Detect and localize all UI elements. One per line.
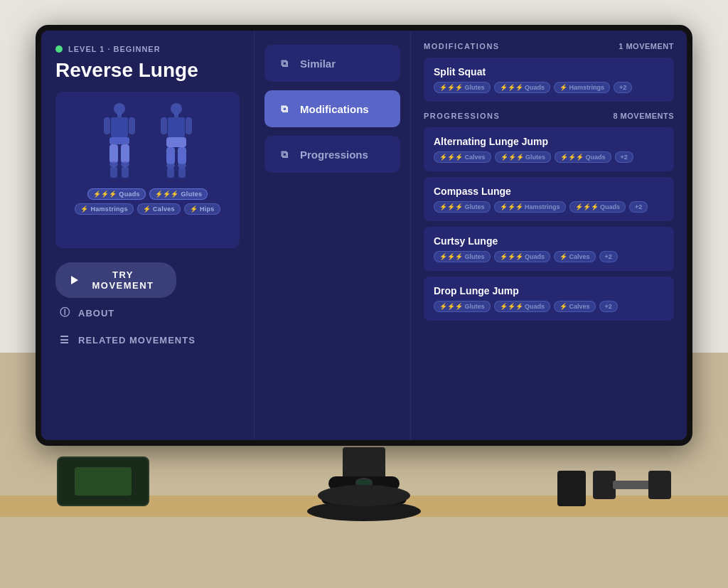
camera-base: [318, 485, 410, 506]
action-buttons: TRY MOVEMENT ⓘ ABOUT ☰ RELATED MOVEMENTS: [55, 262, 240, 352]
muscle-tags: ⚡⚡⚡ Quads ⚡⚡⚡ Glutes ⚡ Hamstrings ⚡ Calv…: [65, 188, 230, 215]
muscle-tag-quads: ⚡⚡⚡ Quads: [87, 188, 146, 200]
exercise-title: Reverse Lunge: [55, 59, 240, 82]
tag-quads: ⚡⚡⚡ Quads: [555, 151, 611, 163]
related-movements-button[interactable]: ☰ RELATED MOVEMENTS: [55, 328, 240, 352]
body-figures: [98, 102, 198, 180]
muscle-tag-glutes: ⚡⚡⚡ Glutes: [149, 188, 208, 200]
progression-card-compass-lunge[interactable]: Compass Lunge ⚡⚡⚡ Glutes ⚡⚡⚡ Hamstrings …: [424, 177, 674, 221]
body-diagram: ⚡⚡⚡ Quads ⚡⚡⚡ Glutes ⚡ Hamstrings ⚡ Calv…: [55, 92, 240, 248]
tag-quads: ⚡⚡⚡ Quads: [494, 82, 551, 93]
tag-quads: ⚡⚡⚡ Quads: [569, 201, 626, 213]
progression-card-drop-lunge-jump[interactable]: Drop Lunge Jump ⚡⚡⚡ Glutes ⚡⚡⚡ Quads ⚡ C…: [424, 277, 674, 321]
progressions-title: PROGRESSIONS: [424, 112, 500, 120]
about-button[interactable]: ⓘ ABOUT: [55, 301, 240, 325]
body-figure-back: [155, 102, 198, 180]
alternating-lunge-jump-title: Alternating Lunge Jump: [434, 136, 664, 147]
alternating-lunge-jump-tags: ⚡⚡⚡ Calves ⚡⚡⚡ Glutes ⚡⚡⚡ Quads +2: [434, 151, 664, 163]
level-dot: [55, 46, 63, 53]
svg-point-12: [171, 103, 182, 114]
drop-lunge-jump-tags: ⚡⚡⚡ Glutes ⚡⚡⚡ Quads ⚡ Calves +2: [434, 301, 664, 312]
camera-device: [314, 456, 414, 506]
tag-quads: ⚡⚡⚡ Quads: [494, 251, 551, 262]
tag-glutes: ⚡⚡⚡ Glutes: [434, 201, 491, 213]
muscle-tag-calves: ⚡ Calves: [137, 203, 181, 215]
screen: LEVEL 1 · BEGINNER Reverse Lunge: [41, 31, 687, 440]
muscle-tag-hips: ⚡ Hips: [184, 203, 220, 215]
tab-progressions-label: Progressions: [300, 149, 368, 161]
level-text: LEVEL 1 · BEGINNER: [68, 45, 161, 53]
svg-rect-18: [166, 147, 175, 164]
svg-rect-4: [129, 117, 135, 134]
tag-glutes: ⚡⚡⚡ Glutes: [495, 151, 552, 163]
try-movement-label: TRY MOVEMENT: [84, 269, 162, 291]
drop-lunge-jump-title: Drop Lunge Jump: [434, 285, 664, 296]
dumbbell-right-weight: [648, 471, 671, 499]
similar-icon: ⧉: [277, 56, 291, 70]
svg-rect-13: [174, 114, 178, 117]
svg-rect-5: [109, 137, 129, 144]
shelf-items: [0, 442, 728, 506]
related-label: RELATED MOVEMENTS: [78, 335, 196, 346]
info-icon: ⓘ: [58, 306, 71, 319]
progressions-header: PROGRESSIONS 8 MOVEMENTS: [424, 112, 674, 120]
tag-glutes: ⚡⚡⚡ Glutes: [434, 301, 491, 312]
about-label: ABOUT: [78, 308, 114, 319]
try-movement-button[interactable]: TRY MOVEMENT: [55, 262, 176, 298]
curtsy-lunge-tags: ⚡⚡⚡ Glutes ⚡⚡⚡ Quads ⚡ Calves +2: [434, 251, 664, 262]
grid-icon: ☰: [58, 333, 71, 346]
tag-calves: ⚡⚡⚡ Calves: [434, 151, 491, 163]
svg-point-9: [121, 161, 129, 167]
tab-similar[interactable]: ⧉ Similar: [264, 45, 400, 82]
tab-modifications-label: Modifications: [300, 103, 369, 115]
svg-point-0: [114, 103, 125, 114]
modifications-icon: ⧉: [277, 102, 291, 116]
tag-plus2: +2: [615, 151, 633, 163]
play-icon: [71, 276, 78, 284]
svg-rect-7: [121, 144, 129, 163]
modifications-count: 1 MOVEMENT: [619, 42, 674, 50]
split-squat-tags: ⚡⚡⚡ Glutes ⚡⚡⚡ Quads ⚡ Hamstrings +2: [434, 82, 664, 93]
svg-rect-19: [178, 147, 186, 164]
right-panel: MODIFICATIONS 1 MOVEMENT Split Squat ⚡⚡⚡…: [411, 31, 687, 440]
split-squat-title: Split Squat: [434, 66, 664, 77]
svg-rect-22: [167, 168, 174, 178]
compass-lunge-title: Compass Lunge: [434, 186, 664, 197]
modifications-header: MODIFICATIONS 1 MOVEMENT: [424, 42, 674, 50]
tab-progressions[interactable]: ⧉ Progressions: [264, 136, 400, 173]
svg-rect-6: [109, 144, 118, 163]
svg-rect-23: [178, 168, 186, 178]
curtsy-lunge-title: Curtsy Lunge: [434, 235, 664, 247]
compass-lunge-tags: ⚡⚡⚡ Glutes ⚡⚡⚡ Hamstrings ⚡⚡⚡ Quads +2: [434, 201, 664, 213]
level-badge: LEVEL 1 · BEGINNER: [55, 45, 240, 53]
progression-card-curtsy-lunge[interactable]: Curtsy Lunge ⚡⚡⚡ Glutes ⚡⚡⚡ Quads ⚡ Calv…: [424, 227, 674, 271]
svg-rect-1: [117, 114, 122, 117]
tag-plus2: +2: [629, 201, 648, 213]
tag-calves: ⚡ Calves: [554, 301, 596, 312]
svg-rect-3: [104, 117, 110, 134]
svg-point-20: [166, 163, 175, 169]
tag-hamstrings: ⚡⚡⚡ Hamstrings: [494, 201, 566, 213]
tag-quads: ⚡⚡⚡ Quads: [494, 301, 551, 312]
progression-card-alternating-lunge-jump[interactable]: Alternating Lunge Jump ⚡⚡⚡ Calves ⚡⚡⚡ Gl…: [424, 127, 674, 171]
monitor: LEVEL 1 · BEGINNER Reverse Lunge: [36, 25, 692, 446]
svg-rect-16: [186, 117, 192, 134]
tag-hamstrings: ⚡ Hamstrings: [554, 82, 610, 93]
svg-rect-17: [166, 137, 186, 147]
body-figure-front: [98, 102, 141, 180]
svg-point-21: [178, 163, 186, 169]
room-background: LEVEL 1 · BEGINNER Reverse Lunge: [0, 0, 728, 588]
dumbbell: [593, 464, 671, 506]
shelf-device: [57, 456, 149, 506]
tab-modifications[interactable]: ⧉ Modifications: [264, 90, 400, 127]
muscle-tag-hamstrings: ⚡ Hamstrings: [75, 203, 134, 215]
svg-rect-14: [168, 117, 185, 137]
svg-rect-11: [122, 166, 129, 178]
middle-panel: ⧉ Similar ⧉ Modifications ⧉ Progressions: [255, 31, 411, 440]
speaker: [557, 471, 586, 506]
modification-card-split-squat[interactable]: Split Squat ⚡⚡⚡ Glutes ⚡⚡⚡ Quads ⚡ Hamst…: [424, 58, 674, 102]
progressions-section: PROGRESSIONS 8 MOVEMENTS Alternating Lun…: [424, 112, 674, 321]
modifications-title: MODIFICATIONS: [424, 42, 500, 50]
tag-plus2: +2: [599, 251, 618, 262]
svg-rect-2: [111, 117, 128, 137]
